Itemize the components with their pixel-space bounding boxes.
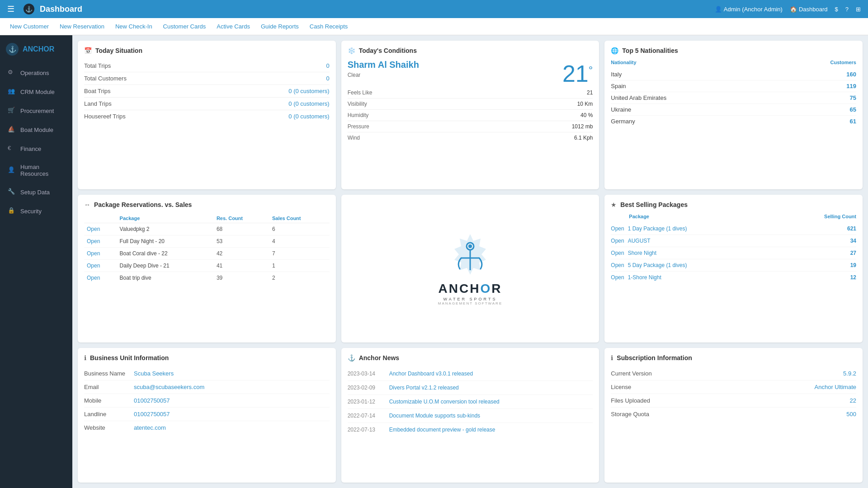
news-row-4: 2022-07-13 Embedded document preview - g… [348,423,593,436]
nav-new-reservation[interactable]: New Reservation [55,20,109,33]
pkg-sales-3: 1 [269,259,330,272]
situation-row-housereef: Housereef Trips 0 (0 customers) [84,110,330,122]
news-link-1[interactable]: Divers Portal v2.1.2 released [389,385,459,391]
sell-open-2[interactable]: Open [611,250,624,256]
row-2: ↔ Package Reservations. vs. Sales Packag… [78,195,863,343]
pkg-res-1: 53 [214,235,269,247]
sell-count-2: 27 [850,250,856,256]
sidebar-item-security[interactable]: 🔒 Security [0,202,72,221]
sidebar-label-hr: Human Resources [20,164,66,177]
pkg-col-link [84,214,117,223]
sell-count-4: 12 [850,274,856,281]
pkg-res-3: 41 [214,259,269,272]
best-selling-title: Best Selling Packages [620,201,688,208]
nat-row-ukraine: Ukraine 65 [611,104,856,116]
news-link-0[interactable]: Anchor Dashboard v3.0.1 released [389,371,473,377]
sub-version-row: Current Version 5.9.2 [611,367,856,380]
pkg-open-4[interactable]: Open [87,275,100,281]
email-row: Email scuba@scubaseekers.com [84,380,330,394]
sell-col-package: Package [629,214,824,219]
operations-icon: ⚙ [8,69,16,77]
sub-license-row: License Anchor Ultimate [611,380,856,394]
news-link-2[interactable]: Customizable U.O.M conversion tool relea… [389,399,500,405]
grid-icon[interactable]: ⊞ [856,6,861,13]
nav-cash-receipts[interactable]: Cash Receipts [305,20,353,33]
weather-city: Sharm Al Shaikh [348,60,593,70]
sidebar-item-operations[interactable]: ⚙ Operations [0,63,72,82]
sell-count-1: 34 [850,238,856,244]
nationalities-title: Top 5 Nationalities [622,47,678,54]
sidebar-label-finance: Finance [20,145,41,152]
svg-text:⚓: ⚓ [9,46,17,53]
pkg-row-1: Open Full Day Night - 20 53 4 [84,235,330,247]
sell-row-4: Open 1-Shore Night 12 [611,272,856,283]
topbar: ☰ ⚓ Dashboard 👤 Admin (Anchor Admin) 🏠 D… [0,0,868,18]
star-icon: ★ [611,201,617,208]
pkg-res-0: 68 [214,223,269,235]
sell-open-4[interactable]: Open [611,274,624,281]
weather-wind: Wind 6.1 Kph [348,132,593,143]
situation-row-total-trips: Total Trips 0 [84,60,330,72]
situation-row-boat-trips: Boat Trips 0 (0 customers) [84,85,330,98]
subscription-icon: ℹ [611,354,613,361]
business-info-title: Business Unit Information [90,354,169,361]
calendar-icon: 📅 [84,47,92,54]
nat-row-germany: Germany 61 [611,116,856,127]
pkg-open-3[interactable]: Open [87,263,100,269]
nav-active-cards[interactable]: Active Cards [212,20,255,33]
news-card: ⚓ Anchor News 2023-03-14 Anchor Dashboar… [341,348,599,483]
news-link-4[interactable]: Embedded document preview - gold release [389,427,495,433]
nav-new-checkin[interactable]: New Check-In [111,20,157,33]
sidebar-item-hr[interactable]: 👤 Human Resources [0,158,72,183]
pkg-row-3: Open Daily Deep Dive - 21 41 1 [84,259,330,272]
pkg-col-sales: Sales Count [269,214,330,223]
user-icon: 👤 [715,6,722,13]
pkg-name-3: Daily Deep Dive - 21 [117,259,214,272]
sidebar-item-boat[interactable]: ⛵ Boat Module [0,120,72,139]
anchor-logo-card: ANCH O R WATER SPORTS MANAGEMENT SOFTWAR… [341,195,599,343]
hamburger-icon[interactable]: ☰ [7,4,14,14]
today-situation-title: Today Situation [95,47,142,54]
sidebar-item-setup[interactable]: 🔧 Setup Data [0,183,72,202]
sidebar-item-finance[interactable]: € Finance [0,139,72,158]
globe-icon: 🌐 [611,47,618,54]
nav-customer-cards[interactable]: Customer Cards [159,20,211,33]
subscription-card: ℹ Subscription Information Current Versi… [604,348,863,483]
nav-guide-reports[interactable]: Guide Reports [256,20,303,33]
business-info-card: ℹ Business Unit Information Business Nam… [78,348,336,483]
anchor-subtitle: WATER SPORTS [443,297,497,301]
news-row-2: 2023-01-12 Customizable U.O.M conversion… [348,395,593,409]
sell-open-0[interactable]: Open [611,225,624,232]
nationalities-card: 🌐 Top 5 Nationalities Nationality Custom… [604,41,863,189]
sidebar-item-crm[interactable]: 👥 CRM Module [0,82,72,101]
anchor-main-svg [445,232,495,282]
anchor-management: MANAGEMENT SOFTWARE [438,301,502,305]
pkg-name-0: Valuedpkg 2 [117,223,214,235]
news-link-3[interactable]: Document Module supports sub-kinds [389,413,480,419]
dollar-icon[interactable]: $ [835,6,838,13]
sell-open-3[interactable]: Open [611,262,624,268]
today-situation-card: 📅 Today Situation Total Trips 0 Total Cu… [78,41,336,189]
sidebar-item-procurement[interactable]: 🛒 Procurement [0,101,72,120]
anchor-logo-container: ANCH O R WATER SPORTS MANAGEMENT SOFTWAR… [429,223,511,314]
pkg-res-2: 42 [214,247,269,259]
sell-open-1[interactable]: Open [611,238,624,244]
pkg-name-1: Full Day Night - 20 [117,235,214,247]
pkg-sales-0: 6 [269,223,330,235]
svg-point-8 [468,244,472,248]
situation-row-total-customers: Total Customers 0 [84,72,330,85]
nav-new-customer[interactable]: New Customer [5,20,53,33]
help-icon[interactable]: ? [845,6,849,13]
dashboard-home-link[interactable]: 🏠 Dashboard [790,6,828,13]
weather-card: ❄️ Today's Conditions Sharm Al Shaikh Cl… [341,41,599,189]
pkg-sales-4: 2 [269,272,330,284]
user-info[interactable]: 👤 Admin (Anchor Admin) [715,6,783,13]
main-content: 📅 Today Situation Total Trips 0 Total Cu… [72,35,868,488]
pkg-open-1[interactable]: Open [87,238,100,244]
home-icon: 🏠 [790,6,797,13]
pkg-open-2[interactable]: Open [87,250,100,257]
pkg-name-2: Boat Coral dive - 22 [117,247,214,259]
news-row-3: 2022-07-14 Document Module supports sub-… [348,409,593,423]
pkg-open-0[interactable]: Open [87,226,100,232]
sidebar-label-security: Security [20,208,42,215]
